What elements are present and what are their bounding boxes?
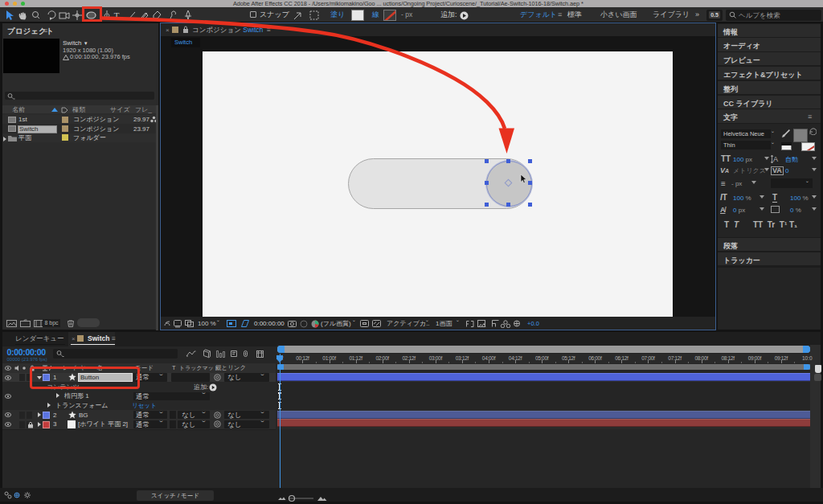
svg-text:A: A <box>773 155 778 163</box>
svg-text:T: T <box>114 10 120 20</box>
